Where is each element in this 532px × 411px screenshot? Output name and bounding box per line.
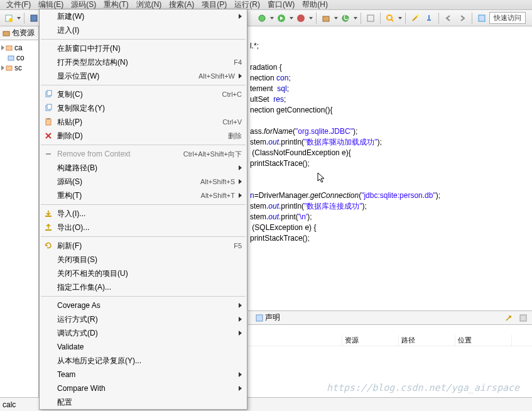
- shortcut: 删除: [228, 131, 242, 141]
- menu-label: 进入(I): [55, 25, 242, 36]
- tree-item[interactable]: sc: [1, 63, 37, 73]
- svg-point-1: [9, 18, 13, 22]
- menu-item[interactable]: 指定工作集(A)...: [40, 280, 247, 294]
- menu-item[interactable]: 打开类型层次结构(N)F4: [40, 55, 247, 69]
- dropdown-icon[interactable]: [309, 17, 313, 19]
- package-icon: [3, 30, 10, 37]
- menu-item[interactable]: 刷新(F)F5: [40, 239, 247, 253]
- menu-item[interactable]: Team: [40, 368, 247, 381]
- col-blank[interactable]: [248, 335, 342, 346]
- menu-item[interactable]: 粘贴(P)Ctrl+V: [40, 115, 247, 129]
- menu-item[interactable]: 显示位置(W)Alt+Shift+W: [40, 69, 247, 83]
- menu-item[interactable]: 导入(I)...: [40, 207, 247, 221]
- shortcut: F5: [234, 242, 242, 249]
- menu-item[interactable]: 复制限定名(Y): [40, 101, 247, 115]
- prev-icon[interactable]: [442, 12, 455, 25]
- delete-icon: [44, 131, 53, 140]
- dropdown-icon[interactable]: [270, 17, 274, 19]
- menu-label: 构建路径(B): [55, 163, 235, 173]
- refresh-icon: [44, 241, 53, 250]
- watermark: https://blog.csdn.net/yga_airspace: [327, 382, 519, 393]
- menu-item[interactable]: 删除(D)删除: [40, 129, 247, 143]
- menu-window[interactable]: 窗口(W): [264, 0, 298, 10]
- col-resource[interactable]: 资源: [342, 335, 399, 346]
- col-path[interactable]: 路径: [399, 335, 455, 346]
- menu-label: 重构(T): [55, 190, 201, 201]
- menu-item[interactable]: 进入(I): [40, 23, 247, 37]
- svg-point-7: [297, 14, 305, 22]
- menu-item[interactable]: Coverage As: [40, 299, 247, 312]
- package-explorer-title: 包资源: [12, 28, 35, 38]
- save-icon[interactable]: [28, 12, 40, 25]
- menu-label: 打开类型层次结构(N): [55, 57, 234, 68]
- package-explorer-tab[interactable]: 包资源: [0, 26, 38, 40]
- dropdown-icon[interactable]: [398, 17, 402, 19]
- search-icon[interactable]: [384, 12, 396, 25]
- debug-icon[interactable]: [256, 12, 268, 25]
- menu-file[interactable]: 文件(F): [3, 0, 35, 10]
- menu-item[interactable]: 重构(T)Alt+Shift+T: [40, 189, 247, 202]
- menu-label: 调试方式(D): [55, 328, 235, 339]
- menu-label: 复制限定名(Y): [55, 103, 242, 114]
- svg-rect-18: [8, 56, 14, 60]
- pin-icon[interactable]: [423, 12, 435, 25]
- link-icon[interactable]: [502, 312, 514, 324]
- declaration-tab[interactable]: 声明: [251, 311, 285, 324]
- menu-item[interactable]: 配置: [40, 395, 247, 409]
- svg-rect-19: [6, 66, 12, 70]
- next-icon[interactable]: [456, 12, 469, 25]
- dropdown-icon[interactable]: [290, 17, 293, 19]
- new-icon[interactable]: [3, 12, 15, 25]
- new-pkg-icon[interactable]: [320, 12, 332, 25]
- dropdown-icon[interactable]: [334, 17, 338, 19]
- svg-rect-15: [479, 15, 485, 21]
- menu-item[interactable]: 源码(S)Alt+Shift+S: [40, 175, 247, 189]
- tab-label: 声明: [265, 312, 280, 323]
- menu-item[interactable]: Compare With: [40, 381, 247, 395]
- menu-label: 导入(I)...: [55, 209, 242, 219]
- menu-item[interactable]: 在新窗口中打开(N): [40, 41, 247, 55]
- svg-rect-21: [47, 90, 52, 96]
- menu-icon[interactable]: [517, 312, 529, 324]
- view-icon[interactable]: [475, 12, 488, 25]
- menu-help[interactable]: 帮助(H): [298, 0, 332, 10]
- submenu-arrow-icon: [239, 386, 242, 391]
- tree-item[interactable]: ca: [1, 43, 37, 53]
- menu-item[interactable]: 复制(C)Ctrl+C: [40, 87, 247, 101]
- menu-label: 关闭不相关的项目(U): [55, 268, 242, 279]
- menu-label: 新建(W): [55, 11, 235, 22]
- menu-item[interactable]: 关闭项目(S): [40, 253, 247, 266]
- col-location[interactable]: 位置: [455, 335, 512, 346]
- coverage-icon[interactable]: [295, 12, 307, 25]
- tree-item[interactable]: co: [1, 53, 37, 63]
- menu-label: Coverage As: [55, 301, 235, 310]
- shortcut: Alt+Shift+S: [200, 178, 235, 185]
- menu-label: 显示位置(W): [55, 71, 198, 82]
- menu-item[interactable]: 新建(W): [40, 9, 247, 23]
- menu-label: Validate: [55, 342, 242, 351]
- menu-item[interactable]: 关闭不相关的项目(U): [40, 266, 247, 280]
- quick-access-box[interactable]: 快速访问: [489, 12, 526, 24]
- wand-icon[interactable]: [409, 12, 421, 25]
- menu-item[interactable]: 运行方式(R): [40, 312, 247, 326]
- submenu-arrow-icon: [239, 331, 242, 336]
- svg-line-13: [391, 19, 393, 21]
- submenu-arrow-icon: [239, 74, 242, 79]
- dropdown-icon[interactable]: [354, 17, 357, 19]
- menu-item[interactable]: Validate: [40, 340, 247, 354]
- new-class-icon[interactable]: C: [339, 12, 352, 25]
- menu-item[interactable]: Remove from ContextCtrl+Alt+Shift+向下: [40, 147, 247, 161]
- menu-item[interactable]: 从本地历史记录复原(Y)...: [40, 354, 247, 368]
- project-tree[interactable]: ca co sc: [0, 40, 38, 75]
- export-icon: [44, 223, 53, 232]
- menu-item[interactable]: 构建路径(B): [40, 161, 247, 175]
- menu-item[interactable]: 导出(O)...: [40, 221, 247, 234]
- open-type-icon[interactable]: [364, 12, 377, 25]
- svg-rect-24: [46, 119, 51, 125]
- submenu-arrow-icon: [239, 303, 242, 308]
- svg-text:C: C: [344, 14, 349, 22]
- dropdown-icon[interactable]: [17, 17, 21, 19]
- shortcut: Ctrl+C: [222, 90, 242, 98]
- run-icon[interactable]: [275, 12, 288, 25]
- menu-item[interactable]: 调试方式(D): [40, 326, 247, 340]
